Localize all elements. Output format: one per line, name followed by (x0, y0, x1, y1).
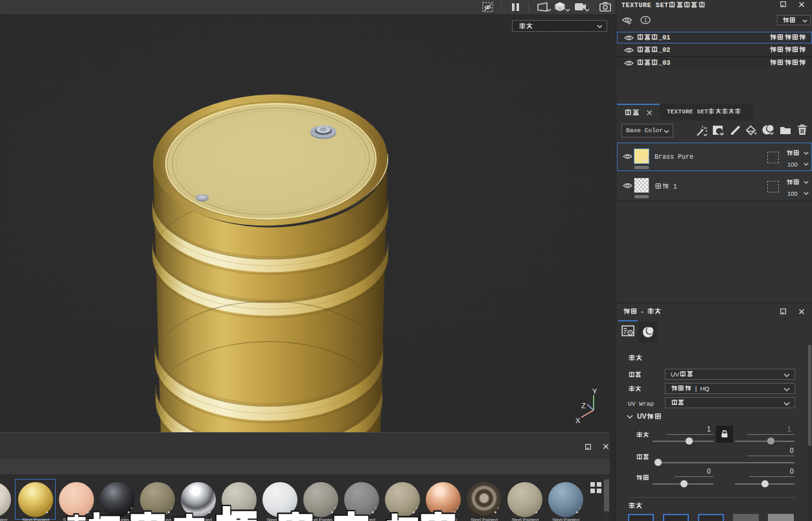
svg-text:X: X (575, 417, 581, 424)
svg-text:1: 1 (644, 17, 647, 23)
svg-text:Z: Z (581, 402, 586, 410)
svg-text:Y: Y (592, 388, 597, 395)
